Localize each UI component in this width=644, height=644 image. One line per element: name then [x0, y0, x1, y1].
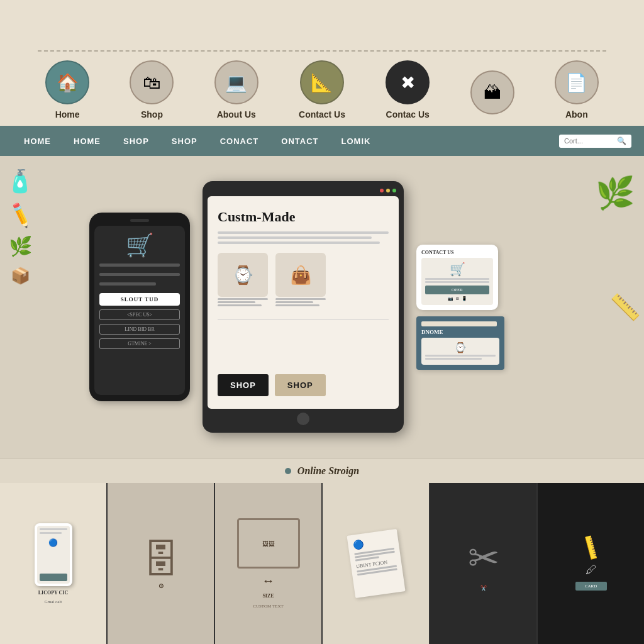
- nav-contact2-icon-item[interactable]: ✖ Contac Us: [386, 60, 430, 119]
- arrows-icon: ↔: [262, 574, 275, 588]
- gallery-phone-label: LICOPY CIC: [38, 590, 68, 596]
- phone-link-1[interactable]: <SPEC US>: [99, 309, 180, 320]
- left-decorations: 🧴 ✏️ 🌿 📦: [6, 169, 34, 285]
- notebook-product-icon: ⌚: [425, 341, 496, 353]
- about-icon: 💻: [214, 60, 258, 104]
- contact-x-icon: ✖: [386, 60, 430, 104]
- gallery-phone-mini: 🔵: [35, 523, 72, 586]
- gallery-phone-btn[interactable]: [40, 574, 67, 581]
- extra-icon: 🏔: [470, 70, 514, 114]
- phone-link-2[interactable]: LIND BID BR: [99, 324, 180, 335]
- ruler-tool-icon: 📏: [575, 532, 607, 563]
- gallery-scissors-content: ✂ ✂️: [468, 536, 499, 591]
- nav-home-icon-item[interactable]: 🏠 Home: [45, 60, 89, 119]
- product-2-text-3: [275, 304, 319, 306]
- plant-decoration: 🌿: [596, 175, 635, 211]
- gallery-phone-screen: 🔵: [37, 526, 70, 584]
- right-line-1: [425, 278, 489, 280]
- nav-bar-home1[interactable]: HOME: [13, 126, 62, 156]
- pencil-decoration-icon: ✏️: [6, 201, 35, 230]
- tablet-title: Custm-Made: [218, 209, 389, 225]
- nav-contact2-label: Contac Us: [386, 109, 430, 119]
- tablet-shop-button-1[interactable]: SHOP: [218, 374, 269, 396]
- phone-cta-button[interactable]: SLOUT TUD: [99, 293, 180, 306]
- nav-shop-icon-item[interactable]: 🛍 Shop: [130, 60, 174, 119]
- tablet-desc-3: [218, 242, 380, 244]
- nav-bar-ontact[interactable]: ONTACT: [270, 126, 330, 156]
- scissors-icon: ✂: [468, 536, 499, 580]
- frame-sublabel: CUSTOM TEXT: [253, 604, 284, 609]
- notebook-label: DNOME: [421, 329, 499, 335]
- gallery-item-paper: 🔵 UBINT FCION: [323, 483, 430, 644]
- navigation-bar: HOME HOME SHOP SHOP CONACT ONTACT LOMIK …: [0, 126, 644, 156]
- product-1: ⌚: [218, 253, 268, 297]
- phone-camera: [130, 219, 149, 222]
- home-icon: 🏠: [45, 60, 89, 104]
- right-order-button[interactable]: OPER: [425, 286, 489, 294]
- tablet-shop-button-2[interactable]: SHOP: [275, 374, 326, 396]
- product-2: 👜: [275, 253, 326, 297]
- plant-small-icon: 🌿: [9, 235, 32, 257]
- product-1-text-3: [218, 304, 262, 306]
- g-line-1: [40, 528, 67, 530]
- product-2-text-2: [275, 301, 313, 303]
- search-box[interactable]: 🔍: [559, 135, 631, 148]
- nav-extra-icon-item[interactable]: 🏔: [470, 70, 514, 119]
- spray-bottle-icon: 🧴: [6, 169, 34, 194]
- gallery-frame-content: 🖼🖼 ↔ SIZE CUSTOM TEXT: [237, 518, 300, 609]
- gallery-item-dresser: 🗄 ⊙: [108, 483, 215, 644]
- gallery-phone-content: 🔵 LICOPY CIC Gmal calt: [35, 523, 72, 604]
- phone-text-1: [99, 264, 180, 267]
- gallery-frame-element: 🖼🖼: [237, 518, 300, 569]
- marker-icon: 🖊: [586, 564, 597, 577]
- product-2-text-1: [275, 298, 326, 300]
- gallery-phone-sublabel: Gmal calt: [45, 599, 62, 604]
- notebook-mockup: DNOME ⌚: [416, 316, 504, 370]
- tablet-mockup: Custm-Made ⌚ 👜 SHOP: [203, 181, 404, 433]
- notebook-line-1: [425, 355, 496, 357]
- gallery-dresser-content: 🗄 ⊙: [142, 538, 180, 589]
- nav-bar-shop1[interactable]: SHOP: [112, 126, 160, 156]
- nav-bar-home2[interactable]: HOME: [62, 126, 112, 156]
- gallery-item-tools: 📏 🖊 CARD: [538, 483, 644, 644]
- right-icons-row: 📷 🖥 📱: [425, 296, 489, 301]
- nav-abon-label: Abon: [565, 109, 588, 119]
- tablet-desc-2: [218, 236, 372, 239]
- online-store-dot: [285, 468, 291, 474]
- notebook-line-2: [425, 358, 482, 360]
- nav-home-label: Home: [55, 109, 80, 119]
- tablet-home-button[interactable]: [297, 413, 309, 425]
- dresser-label: ⊙: [158, 582, 164, 589]
- notebook-content: ⌚: [421, 338, 499, 365]
- right-icon-1: 📷: [448, 296, 453, 301]
- tablet-screen: Custm-Made ⌚ 👜 SHOP: [208, 196, 399, 409]
- nav-abon-icon-item[interactable]: 📄 Abon: [555, 60, 599, 119]
- tablet-desc-1: [218, 231, 389, 234]
- tool-badge: CARD: [575, 582, 607, 591]
- gallery-item-phone: 🔵 LICOPY CIC Gmal calt: [0, 483, 108, 644]
- nav-contact1-label: Contact Us: [299, 109, 345, 119]
- dot-green: [392, 189, 396, 192]
- gallery-paper-content: 🔵 UBINT FCION: [349, 531, 402, 596]
- scissors-label: ✂️: [480, 586, 487, 591]
- basket-icon: 🛒: [99, 232, 180, 258]
- ruler-decoration: 📏: [609, 292, 641, 322]
- search-input[interactable]: [564, 137, 614, 145]
- product-1-text-2: [218, 301, 255, 303]
- nav-contact1-icon-item[interactable]: 📐 Contact Us: [299, 60, 345, 119]
- tablet-buttons: SHOP SHOP: [218, 374, 389, 396]
- gallery-item-scissors: ✂ ✂️: [430, 483, 538, 644]
- phone-screen: 🛒 SLOUT TUD <SPEC US> LIND BID BR GTMINE…: [94, 226, 185, 395]
- main-content-area: 🧴 ✏️ 🌿 📦 🛒 SLOUT TUD <SPEC US> LIND BID …: [0, 156, 644, 458]
- right-basket-icon: 🛒: [425, 262, 489, 277]
- phone-link-3[interactable]: GTMINE >: [99, 338, 180, 349]
- tablet-divider: [218, 319, 389, 319]
- dot-yellow: [386, 189, 390, 192]
- nav-bar-conact[interactable]: CONACT: [209, 126, 270, 156]
- nav-bar-shop2[interactable]: SHOP: [160, 126, 209, 156]
- phone-mockup: 🛒 SLOUT TUD <SPEC US> LIND BID BR GTMINE…: [89, 213, 190, 401]
- search-icon[interactable]: 🔍: [617, 136, 626, 146]
- nav-about-icon-item[interactable]: 💻 About Us: [214, 60, 258, 119]
- right-mockups-area: CONTACT US 🛒 OPER 📷 🖥 📱 DNOME ⌚: [416, 245, 555, 370]
- nav-bar-lomik[interactable]: LOMIK: [330, 126, 382, 156]
